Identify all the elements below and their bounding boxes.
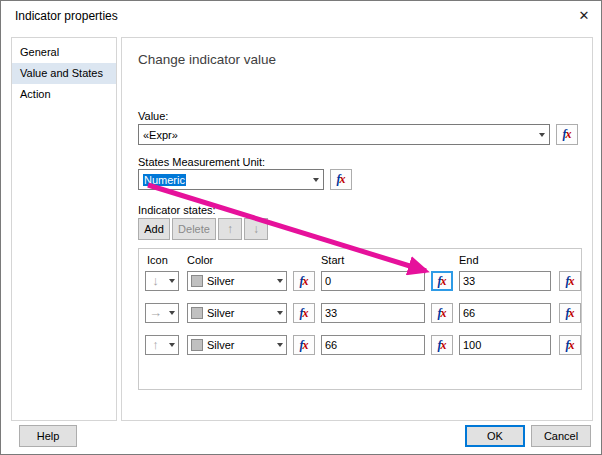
start-expression-button[interactable]: fx <box>431 303 453 323</box>
color-dropdown-value: Silver <box>207 275 273 287</box>
end-input[interactable] <box>459 303 551 323</box>
icon-dropdown[interactable]: ↑ <box>145 335 179 355</box>
up-arrow-icon: ↑ <box>227 222 233 236</box>
color-dropdown-value: Silver <box>207 339 273 351</box>
end-expression-button[interactable]: fx <box>559 303 581 323</box>
column-header-end: End <box>459 254 479 266</box>
sidebar-item-value-and-states[interactable]: Value and States <box>12 63 116 84</box>
sidebar: General Value and States Action <box>11 37 117 421</box>
chevron-down-icon <box>165 272 178 290</box>
color-dropdown[interactable]: Silver <box>187 271 287 291</box>
column-header-color: Color <box>187 254 213 266</box>
chevron-down-icon <box>273 336 286 354</box>
color-swatch <box>191 339 203 351</box>
indicator-states-label: Indicator states: <box>138 204 216 216</box>
delete-button[interactable]: Delete <box>172 218 216 240</box>
cancel-button[interactable]: Cancel <box>531 425 591 447</box>
indicator-states-table: Icon Color Start End ↓ Silver fx fx <box>138 248 582 390</box>
column-header-start: Start <box>321 254 344 266</box>
start-expression-button[interactable]: fx <box>431 335 453 355</box>
chevron-down-icon <box>308 170 323 189</box>
ok-button[interactable]: OK <box>465 425 525 447</box>
up-arrow-icon: ↑ <box>146 336 165 354</box>
chevron-down-icon <box>165 336 178 354</box>
dialog-title: Indicator properties <box>15 9 118 23</box>
table-row: ↓ Silver fx fx fx <box>139 271 581 293</box>
start-input[interactable] <box>321 335 425 355</box>
start-input[interactable] <box>321 303 425 323</box>
unit-expression-button[interactable]: fx <box>330 169 352 190</box>
chevron-down-icon <box>273 272 286 290</box>
end-input[interactable] <box>459 335 551 355</box>
unit-label: States Measurement Unit: <box>138 156 265 168</box>
table-row: → Silver fx fx fx <box>139 303 581 325</box>
sidebar-item-action[interactable]: Action <box>12 84 116 105</box>
move-up-button[interactable]: ↑ <box>218 218 242 240</box>
chevron-down-icon <box>534 125 549 144</box>
value-dropdown[interactable]: «Expr» <box>138 124 550 145</box>
value-label: Value: <box>138 110 168 122</box>
title-bar: Indicator properties ✕ <box>1 1 601 31</box>
move-down-button[interactable]: ↓ <box>244 218 268 240</box>
chevron-down-icon <box>165 304 178 322</box>
table-row: ↑ Silver fx fx fx <box>139 335 581 357</box>
indicator-properties-dialog: Indicator properties ✕ General Value and… <box>0 0 602 455</box>
main-panel: Change indicator value Value: «Expr» fx … <box>121 37 593 421</box>
start-input[interactable] <box>321 271 425 291</box>
start-expression-button[interactable]: fx <box>431 271 453 291</box>
down-arrow-icon: ↓ <box>253 222 259 236</box>
down-arrow-icon: ↓ <box>146 272 165 290</box>
color-swatch <box>191 307 203 319</box>
end-input[interactable] <box>459 271 551 291</box>
color-expression-button[interactable]: fx <box>293 271 315 291</box>
add-button[interactable]: Add <box>138 218 170 240</box>
page-title: Change indicator value <box>138 52 276 67</box>
column-header-icon: Icon <box>147 254 168 266</box>
close-icon[interactable]: ✕ <box>574 8 594 26</box>
color-expression-button[interactable]: fx <box>293 335 315 355</box>
icon-dropdown[interactable]: → <box>145 303 179 323</box>
value-expression-button[interactable]: fx <box>556 124 578 145</box>
chevron-down-icon <box>273 304 286 322</box>
value-dropdown-value: «Expr» <box>139 129 534 141</box>
color-dropdown-value: Silver <box>207 307 273 319</box>
color-dropdown[interactable]: Silver <box>187 303 287 323</box>
right-arrow-icon: → <box>146 304 165 322</box>
end-expression-button[interactable]: fx <box>559 335 581 355</box>
unit-dropdown-value: Numeric <box>143 174 186 186</box>
icon-dropdown[interactable]: ↓ <box>145 271 179 291</box>
color-expression-button[interactable]: fx <box>293 303 315 323</box>
color-swatch <box>191 275 203 287</box>
unit-dropdown[interactable]: Numeric <box>138 169 324 190</box>
sidebar-item-general[interactable]: General <box>12 42 116 63</box>
color-dropdown[interactable]: Silver <box>187 335 287 355</box>
end-expression-button[interactable]: fx <box>559 271 581 291</box>
help-button[interactable]: Help <box>19 425 77 447</box>
